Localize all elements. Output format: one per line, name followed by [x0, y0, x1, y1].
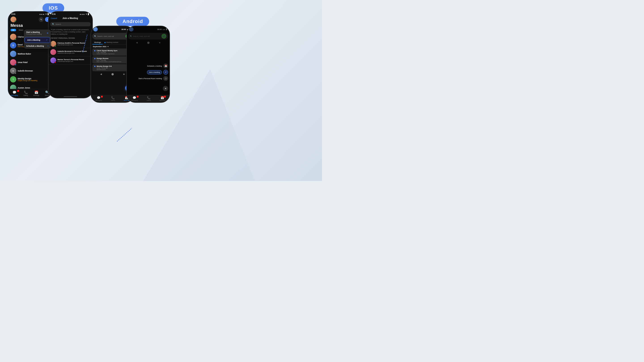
room-item-marise[interactable]: Marise Torres's Personal Room mariseto@e… — [48, 56, 92, 64]
status-icons-2: ▲▲▲ ▼ ▊ — [80, 13, 89, 15]
action-dropdown: Start a Meeting Personal Room meeting ⊕ … — [24, 29, 51, 49]
user-avatar[interactable] — [10, 16, 16, 22]
recents-button[interactable]: ■ — [123, 73, 124, 75]
event-dot — [94, 50, 96, 51]
search-placeholder: Search — [56, 23, 61, 25]
join-icon-4: ↗ — [163, 70, 168, 75]
tab-meetings[interactable]: Meetings — [92, 40, 103, 44]
nav-label: Meetings — [33, 94, 39, 96]
status-dot — [54, 62, 56, 63]
close-fab-button[interactable]: ✕ — [163, 86, 168, 91]
android-bottom-nav-4: 💬 Messaging 8 📞 Calling 📅 Meetings 3 — [127, 95, 170, 102]
event-time: 7:30 - 8:15 AM — [96, 52, 118, 53]
event-dot — [94, 66, 96, 67]
schedule-icon: 📅 — [163, 63, 168, 68]
nav-messaging-4[interactable]: 💬 Messaging 8 — [131, 96, 138, 101]
nav-label: Calling — [24, 94, 28, 96]
dot-indicator — [104, 42, 106, 43]
status-bar-1: 9:41 ▲▲▲ ▼ ▊ — [8, 12, 52, 16]
join-meeting-title: Join a Meeting — [62, 17, 78, 19]
contact-name: Umar Patel — [18, 61, 48, 63]
online-indicator — [15, 38, 16, 40]
join-meeting-item[interactable]: Join a meeting ↗ — [138, 70, 168, 75]
tab-all[interactable]: All — [10, 29, 16, 31]
room-avatar — [50, 57, 56, 63]
calling-icon: 📞 — [111, 96, 115, 99]
contact-avatar: D — [10, 42, 16, 48]
nav-messaging[interactable]: 💬 Messaging 8 — [96, 96, 102, 101]
online-dot — [54, 45, 56, 47]
room-name: Marise Torres's Personal Room — [58, 58, 84, 60]
phone-ios-messaging: 9:41 ▲▲▲ ▼ ▊ ✎ + Messa All Direct — [8, 11, 52, 98]
meetings-badge-4: 3 — [164, 96, 166, 98]
contact-avatar: I — [10, 76, 16, 82]
nav-meetings[interactable]: 📅 Meetings — [33, 90, 39, 96]
list-item[interactable]: Umar Patel — [8, 58, 52, 67]
recent-rooms-title: RECENT PERSONAL ROOMS — [48, 36, 92, 40]
status-time-2: 9:41 — [52, 13, 56, 15]
room-email: clasmith@example.com — [58, 44, 85, 45]
nav-label-4: Meetings — [160, 100, 165, 101]
phone-ios-join: 9:41 ▲▲▲ ▼ ▊ Cancel Join a Meeting 🔍 Sea… — [48, 11, 93, 98]
nav-label-4: Messaging — [131, 100, 138, 101]
event-sub: SJC21-3-Designer Operations — [96, 53, 118, 54]
list-item[interactable]: I Identity Design Graphic Design and Mar… — [8, 75, 52, 84]
calendar-icon: + — [48, 45, 48, 47]
nav-label: Calling — [111, 100, 115, 101]
nav-calling[interactable]: 📞 Calling — [111, 96, 115, 101]
event-title: Weekly Design Crit — [96, 65, 112, 67]
event-dot — [94, 58, 96, 59]
nav-meetings-4[interactable]: 📅 Meetings 3 — [160, 96, 165, 101]
personal-room-item[interactable]: Start a Personal Room meeting 🎥 — [138, 76, 168, 81]
room-avatar — [50, 49, 56, 55]
nav-messaging[interactable]: 💬 Messaging 3 — [11, 90, 18, 96]
messaging-badge-4: 8 — [137, 96, 139, 98]
unread-dot — [15, 64, 16, 65]
join-description: To join a meeting, search for a name to … — [48, 28, 92, 36]
nav-calling-4[interactable]: 📞 Calling — [147, 96, 151, 101]
user-avatar-small — [93, 27, 98, 31]
video-icon: ⊕ — [47, 32, 48, 34]
compose-icon[interactable]: ✎ — [39, 17, 44, 22]
join-icon: ↗ — [46, 39, 48, 41]
cancel-button[interactable]: Cancel — [51, 17, 57, 19]
join-meeting-option[interactable]: Join a Meeting ↗ — [24, 37, 50, 43]
nav-label: Messaging — [96, 100, 102, 101]
tab-meeting-content[interactable]: Meeting content — [103, 40, 120, 44]
schedule-meeting-item[interactable]: Schedule a meeting 📅 — [138, 63, 168, 68]
contact-name: Matthew Baker — [18, 53, 31, 55]
join-action-menu: Schedule a meeting 📅 Join a meeting ↗ St… — [138, 63, 168, 82]
search-icon: 🔍 — [94, 35, 96, 37]
contact-avatar — [10, 59, 16, 65]
status-bar-2: 9:41 ▲▲▲ ▼ ▊ — [48, 12, 92, 16]
event-time: 8:45 - 9:30 AM — [96, 59, 122, 61]
nav-calling[interactable]: 📞 Calling — [24, 90, 28, 96]
status-icons-1: ▲▲▲ ▼ ▊ — [39, 13, 49, 15]
room-item-clarissa[interactable]: Clarissa Smith's Personal Room clasmith@… — [48, 40, 92, 48]
contact-name: Isabelle Brennan — [18, 70, 33, 72]
room-item-isabelle[interactable]: Isabelle Brennan's Personal Room isabell… — [48, 48, 92, 56]
search-icon: 🔍 — [52, 23, 54, 25]
meetings-icon-4: 📅 — [160, 96, 164, 99]
signal-icon: ▲▲▲ — [80, 13, 85, 15]
room-name: Isabelle Brennan's Personal Room — [58, 50, 87, 52]
join-search-bar[interactable]: 🔍 Search — [50, 22, 90, 26]
messaging-badge: 8 — [101, 96, 103, 98]
event-time: 10:00 - 10:30 AM — [96, 67, 112, 69]
phone-android-join: 18:00 ▲▲ ▊ 🔍 Search, meet, and call 📹 Sc… — [126, 26, 170, 103]
back-button[interactable]: ◀ — [100, 73, 102, 75]
home-button[interactable]: ⬤ — [111, 73, 114, 75]
join-nav-bar: Cancel Join a Meeting — [48, 16, 92, 21]
search-placeholder-3: Search, meet, and call — [97, 35, 125, 37]
schedule-meeting-option[interactable]: Schedule a Meeting + — [24, 43, 51, 49]
join-label: Join a meeting — [147, 70, 162, 74]
wifi-icon: ▼ — [86, 13, 87, 15]
event-sub: https://cisco.webex.com/meet/danashivas — [96, 61, 122, 62]
event-title: Client Squad Weekly Sync — [96, 50, 118, 52]
list-item[interactable]: Matthew Baker — [8, 50, 52, 58]
online-dot — [14, 20, 16, 22]
list-item[interactable]: IB Isabelle Brennan — [8, 67, 52, 75]
messaging-title: Messa — [10, 23, 50, 28]
start-meeting-option[interactable]: Start a Meeting Personal Room meeting ⊕ — [24, 29, 51, 37]
contact-name: Identity Design — [18, 77, 37, 80]
